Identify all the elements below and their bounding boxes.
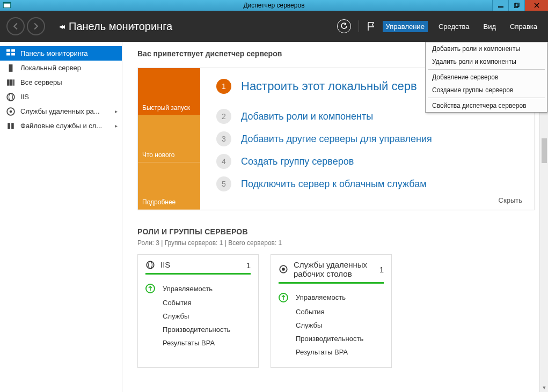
sidebar: Панель мониторинга Локальный сервер Все … (0, 42, 122, 392)
sidebar-item-label: Локальный сервер (20, 64, 81, 72)
refresh-button[interactable] (337, 19, 351, 33)
step-label: Добавить роли и компоненты (241, 111, 373, 122)
role-row-bpa[interactable]: Результаты BPA (279, 345, 384, 359)
chevron-right-icon: ▸ (115, 123, 118, 129)
svg-rect-3 (514, 4, 518, 8)
breadcrumb[interactable]: ◂◂ Панель мониторинга (59, 20, 172, 33)
svg-rect-14 (13, 79, 14, 85)
role-row-manageability[interactable]: Управляемость (145, 281, 251, 296)
step-connect-cloud[interactable]: 5 Подключить сервер к облачным службам (216, 176, 518, 191)
notifications-flag-icon[interactable] (367, 21, 375, 31)
menu-help[interactable]: Справка (507, 21, 540, 32)
sidebar-item-label: Панель мониторинга (20, 49, 88, 57)
role-row-events[interactable]: События (145, 296, 251, 309)
role-card-iis[interactable]: IIS 1 Управляемость События Службы Произ… (137, 254, 259, 368)
dropdown-separator (428, 69, 545, 70)
role-card-count: 1 (246, 261, 251, 270)
sidebar-item-local-server[interactable]: Локальный сервер (0, 61, 122, 75)
role-row-manageability[interactable]: Управляемость (279, 290, 384, 305)
header-bar: ◂◂ Панель мониторинга • ▾ Управление Сре… (0, 11, 548, 42)
sidebar-item-label: Файловые службы и сл... (20, 122, 102, 130)
sidebar-item-label: Службы удаленных ра... (20, 107, 100, 115)
step-number: 3 (216, 131, 231, 146)
role-row-bpa[interactable]: Результаты BPA (145, 336, 251, 350)
role-row-label: Управляемость (296, 293, 346, 301)
scroll-down-icon[interactable]: ▼ (540, 383, 548, 392)
sidebar-item-file-services[interactable]: Файловые службы и сл... ▸ (0, 119, 122, 133)
dropdown-create-group[interactable]: Создание группы серверов (426, 84, 547, 97)
welcome-tab-whatsnew[interactable]: Что нового (138, 115, 200, 162)
minimize-button[interactable] (492, 0, 508, 11)
dropdown-add-servers[interactable]: Добавление серверов (426, 71, 547, 84)
step-number: 2 (216, 109, 231, 124)
step-number: 4 (216, 154, 231, 169)
svg-point-24 (282, 268, 285, 271)
sidebar-item-iis[interactable]: IIS (0, 90, 122, 104)
step-label: Создать группу серверов (241, 156, 354, 167)
svg-rect-9 (6, 53, 10, 55)
svg-rect-20 (11, 123, 14, 129)
step-create-group[interactable]: 4 Создать группу серверов (216, 154, 518, 169)
svg-rect-19 (8, 123, 10, 129)
nav-back-button[interactable] (6, 17, 25, 35)
menu-manage[interactable]: Управление (383, 21, 428, 32)
role-row-events[interactable]: События (279, 305, 384, 319)
svg-rect-2 (498, 6, 503, 8)
svg-rect-4 (515, 3, 519, 6)
svg-rect-7 (6, 49, 10, 52)
arrow-up-icon (145, 284, 155, 293)
header-separator (359, 20, 359, 32)
sidebar-item-all-servers[interactable]: Все серверы (0, 75, 122, 90)
sidebar-item-remote-desktop[interactable]: Службы удаленных ра... ▸ (0, 104, 122, 119)
sidebar-item-dashboard[interactable]: Панель мониторинга (0, 46, 122, 61)
role-row-label: Управляемость (163, 285, 213, 293)
welcome-tab-learnmore[interactable]: Подробнее (138, 162, 200, 210)
manage-dropdown: Добавить роли и компоненты Удалить роли … (425, 42, 547, 113)
roles-subtitle: Роли: 3 | Группы серверов: 1 | Всего сер… (137, 239, 548, 247)
step-label: Добавить другие серверы для управления (241, 134, 432, 145)
iis-icon (6, 93, 15, 101)
dropdown-remove-roles[interactable]: Удалить роли и компоненты (426, 55, 547, 68)
iis-icon (145, 260, 155, 270)
dropdown-add-roles[interactable]: Добавить роли и компоненты (426, 42, 547, 55)
arrow-up-icon (279, 293, 288, 302)
servers-icon (6, 78, 15, 87)
dashboard-icon (6, 49, 15, 58)
menu-tools[interactable]: Средства (435, 21, 473, 32)
nav-forward-button[interactable] (27, 17, 45, 35)
role-row-performance[interactable]: Производительность (279, 332, 384, 345)
svg-point-18 (10, 110, 12, 113)
dropdown-properties[interactable]: Свойства диспетчера серверов (426, 99, 547, 112)
role-card-remote-desktop[interactable]: Службы удаленных рабочих столов 1 Управл… (271, 254, 392, 368)
role-row-performance[interactable]: Производительность (145, 323, 251, 336)
menu-view[interactable]: Вид (480, 21, 499, 32)
svg-rect-11 (9, 64, 13, 72)
step-number: 1 (216, 79, 231, 94)
svg-rect-8 (11, 49, 15, 52)
roles-title: РОЛИ И ГРУППЫ СЕРВЕРОВ (137, 227, 548, 236)
role-card-title: IIS (160, 260, 241, 269)
restore-button[interactable] (508, 0, 524, 11)
step-label: Подключить сервер к облачным службам (241, 179, 427, 190)
roles-section: РОЛИ И ГРУППЫ СЕРВЕРОВ Роли: 3 | Группы … (137, 227, 548, 368)
hide-link[interactable]: Скрыть (499, 196, 522, 204)
role-row-services[interactable]: Службы (279, 319, 384, 332)
svg-rect-10 (11, 53, 15, 55)
titlebar: Диспетчер серверов (0, 0, 548, 11)
server-icon (6, 64, 15, 72)
welcome-tab-quickstart[interactable]: Быстрый запуск (138, 68, 200, 115)
dropdown-separator (428, 98, 545, 98)
window-title: Диспетчер серверов (0, 2, 548, 9)
scrollbar-thumb[interactable] (542, 138, 547, 163)
svg-rect-12 (7, 79, 10, 85)
svg-point-22 (149, 261, 152, 269)
step-add-servers[interactable]: 3 Добавить другие серверы для управления (216, 131, 518, 146)
role-row-services[interactable]: Службы (145, 309, 251, 323)
svg-point-15 (7, 93, 14, 101)
svg-point-21 (147, 261, 154, 269)
close-button[interactable] (524, 0, 548, 11)
breadcrumb-dropdown-icon[interactable]: • ▾ (130, 25, 136, 30)
svg-rect-13 (10, 79, 13, 85)
step-number: 5 (216, 176, 231, 191)
breadcrumb-chevrons-icon: ◂◂ (59, 22, 63, 31)
